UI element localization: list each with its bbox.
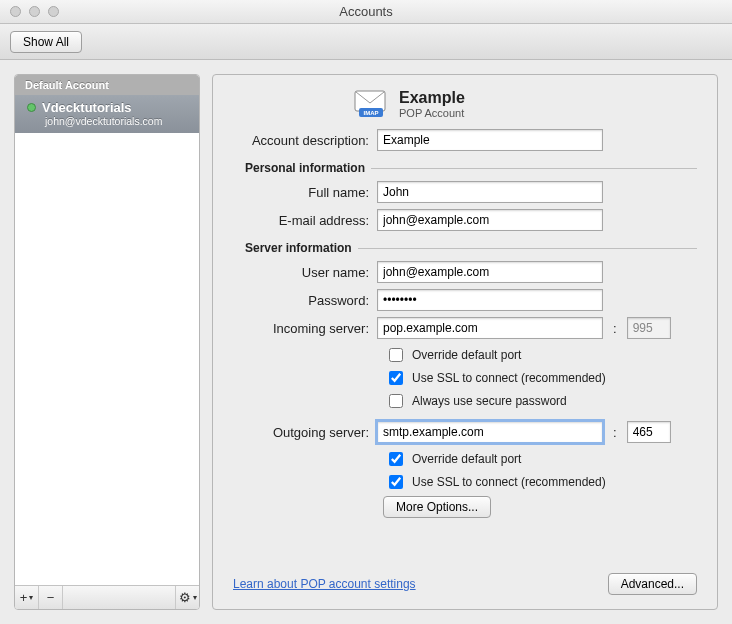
port-separator: : [613, 425, 617, 440]
personal-info-divider: Personal information [245, 161, 697, 175]
sidebar-footer: +▾ − ⚙▾ [15, 585, 199, 609]
sidebar-account-email: john@vdecktutorials.com [27, 115, 189, 127]
advanced-button[interactable]: Advanced... [608, 573, 697, 595]
incoming-ssl-label: Use SSL to connect (recommended) [412, 371, 606, 385]
imap-envelope-icon: IMAP [353, 89, 387, 119]
window-title: Accounts [0, 4, 732, 19]
incoming-secure-password-checkbox[interactable] [389, 394, 403, 408]
outgoing-port-input[interactable] [627, 421, 671, 443]
user-name-label: User name: [233, 265, 377, 280]
outgoing-override-port-label: Override default port [412, 452, 521, 466]
incoming-ssl-checkbox[interactable] [389, 371, 403, 385]
show-all-button[interactable]: Show All [10, 31, 82, 53]
full-name-input[interactable] [377, 181, 603, 203]
full-name-label: Full name: [233, 185, 377, 200]
svg-text:IMAP: IMAP [364, 110, 379, 116]
learn-about-pop-link[interactable]: Learn about POP account settings [233, 577, 416, 591]
titlebar: Accounts [0, 0, 732, 24]
sidebar-account-name-row: Vdecktutorials [27, 100, 189, 115]
outgoing-ssl-label: Use SSL to connect (recommended) [412, 475, 606, 489]
server-info-divider: Server information [245, 241, 697, 255]
email-label: E-mail address: [233, 213, 377, 228]
incoming-secure-password-label: Always use secure password [412, 394, 567, 408]
port-separator: : [613, 321, 617, 336]
outgoing-server-input[interactable] [377, 421, 603, 443]
sidebar-account-name: Vdecktutorials [42, 100, 132, 115]
outgoing-override-port-checkbox[interactable] [389, 452, 403, 466]
content: Default Account Vdecktutorials john@vdec… [0, 60, 732, 624]
status-online-icon [27, 103, 36, 112]
incoming-server-input[interactable] [377, 317, 603, 339]
dropdown-caret-icon: ▾ [193, 593, 197, 602]
account-title: Example [399, 89, 465, 107]
user-name-input[interactable] [377, 261, 603, 283]
incoming-override-port-checkbox[interactable] [389, 348, 403, 362]
outgoing-ssl-checkbox[interactable] [389, 475, 403, 489]
gear-icon: ⚙ [179, 590, 191, 605]
account-settings-panel: IMAP Example POP Account Account descrip… [212, 74, 718, 610]
settings-gear-button[interactable]: ⚙▾ [175, 586, 199, 609]
password-input[interactable] [377, 289, 603, 311]
incoming-port-input[interactable] [627, 317, 671, 339]
dropdown-caret-icon: ▾ [29, 593, 33, 602]
outgoing-server-label: Outgoing server: [233, 425, 377, 440]
panel-header: IMAP Example POP Account [353, 89, 697, 119]
panel-footer: Learn about POP account settings Advance… [233, 573, 697, 595]
remove-account-button[interactable]: − [39, 586, 63, 609]
more-options-button[interactable]: More Options... [383, 496, 491, 518]
add-account-button[interactable]: +▾ [15, 586, 39, 609]
account-type: POP Account [399, 107, 465, 119]
incoming-server-label: Incoming server: [233, 321, 377, 336]
incoming-override-port-label: Override default port [412, 348, 521, 362]
accounts-list: Default Account Vdecktutorials john@vdec… [15, 75, 199, 585]
sidebar-account-item[interactable]: Vdecktutorials john@vdecktutorials.com [15, 95, 199, 133]
email-input[interactable] [377, 209, 603, 231]
toolbar: Show All [0, 24, 732, 60]
sidebar-group-title: Default Account [15, 75, 199, 95]
accounts-sidebar: Default Account Vdecktutorials john@vdec… [14, 74, 200, 610]
description-label: Account description: [233, 133, 377, 148]
description-input[interactable] [377, 129, 603, 151]
password-label: Password: [233, 293, 377, 308]
